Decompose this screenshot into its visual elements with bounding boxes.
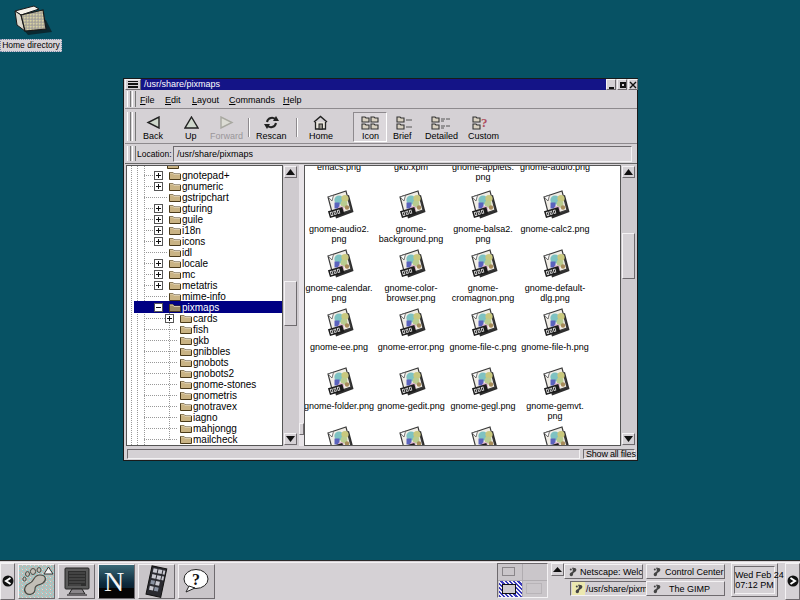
svg-text:?: ?	[481, 115, 488, 130]
svg-text:N: N	[104, 566, 124, 597]
svg-text:?: ?	[192, 571, 200, 588]
